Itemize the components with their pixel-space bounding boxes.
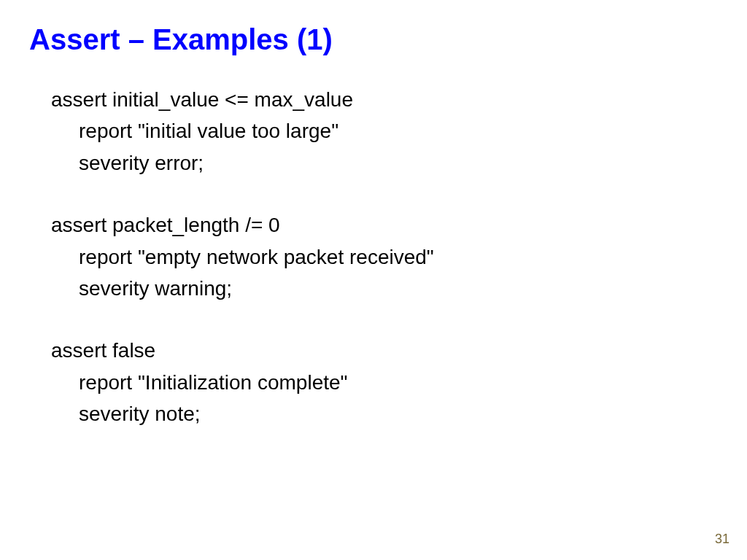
code-line: severity error; <box>51 147 718 179</box>
slide-content: assert initial_value <= max_value report… <box>29 84 718 430</box>
code-line: report "initial value too large" <box>51 115 718 147</box>
slide: Assert – Examples (1) assert initial_val… <box>0 0 747 560</box>
code-line: severity note; <box>51 398 718 429</box>
code-line: assert packet_length /= 0 <box>51 209 718 241</box>
page-number: 31 <box>715 532 729 547</box>
block-gap <box>51 304 718 335</box>
code-line: assert false <box>51 335 718 366</box>
code-line: report "Initialization complete" <box>51 367 718 398</box>
block-gap <box>51 179 718 209</box>
code-line: report "empty network packet received" <box>51 241 718 273</box>
code-line: severity warning; <box>51 273 718 304</box>
code-line: assert initial_value <= max_value <box>51 84 718 115</box>
slide-title: Assert – Examples (1) <box>29 23 718 56</box>
